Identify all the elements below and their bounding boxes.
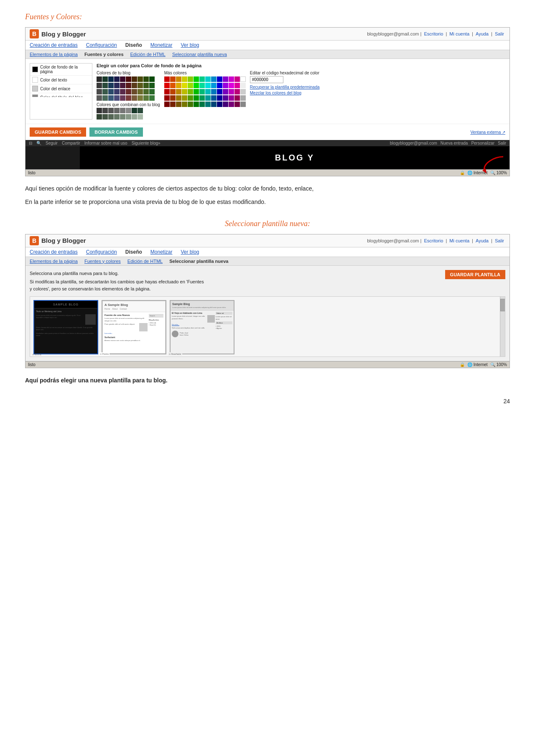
color-cell[interactable] [205,89,211,94]
nav2-creacion[interactable]: Creación de entradas [30,249,78,255]
color-cell[interactable] [205,95,211,101]
color-cell[interactable] [143,89,149,94]
color-cell[interactable] [188,76,193,82]
color-cell[interactable] [234,89,240,94]
blogbar-informar[interactable]: Informar sobre mal uso [84,141,127,145]
nav-diseno[interactable]: Diseño [125,42,142,48]
color-cell[interactable] [114,108,120,113]
color-cell[interactable] [194,76,199,82]
topbar-link-salir[interactable]: Salir [495,31,504,36]
blogbar-personalizar[interactable]: Personalizar [471,141,494,145]
color-cell[interactable] [102,95,108,101]
color-cell[interactable] [176,102,181,107]
color-cell[interactable] [114,114,120,120]
color-cell[interactable] [217,89,222,94]
subnav2-edicion[interactable]: Edición de HTML [127,259,163,264]
color-cell[interactable] [223,76,228,82]
nav2-configuracion[interactable]: Configuración [86,249,117,255]
color-cell[interactable] [114,95,120,101]
color-cell[interactable] [182,102,187,107]
color-cell[interactable] [114,83,120,88]
subnav-fuentes[interactable]: Fuentes y colores [84,52,124,57]
color-cell[interactable] [176,89,181,94]
color-cell[interactable] [97,114,102,120]
color-cell[interactable] [223,102,228,107]
color-cell[interactable] [229,89,234,94]
delete-changes-button[interactable]: BORRAR CAMBIOS [89,127,143,137]
color-cell[interactable] [164,76,170,82]
color-cell[interactable] [102,83,108,88]
subnav-edicion[interactable]: Edición de HTML [130,52,166,57]
color-cell[interactable] [211,83,217,88]
color-cell[interactable] [217,95,222,101]
color-cell[interactable] [120,95,125,101]
color-cell[interactable] [143,95,149,101]
color-cell[interactable] [126,89,131,94]
color-cell[interactable] [188,89,193,94]
nav2-verblog[interactable]: Ver blog [181,249,199,255]
color-cell[interactable] [240,83,246,88]
color-cell[interactable] [234,76,240,82]
topbar-link-ayuda[interactable]: Ayuda [476,31,489,36]
subnav-elementos[interactable]: Elementos de la página [30,52,78,57]
color-cell[interactable] [194,102,199,107]
color-cell[interactable] [211,95,217,101]
color-cell[interactable] [229,83,234,88]
color-cell[interactable] [126,95,131,101]
color-cell[interactable] [97,89,102,94]
color-cell[interactable] [126,83,131,88]
color-cell[interactable] [120,83,125,88]
color-cell[interactable] [126,114,131,120]
color-cell[interactable] [211,89,217,94]
color-cell[interactable] [199,89,205,94]
nav-configuracion[interactable]: Configuración [86,42,117,48]
topbar2-link-escritorio[interactable]: Escritorio [424,238,443,243]
color-cell[interactable] [114,76,120,82]
color-cell[interactable] [126,76,131,82]
recover-link[interactable]: Recuperar la plantilla predeterminada [250,85,342,89]
color-cell[interactable] [240,76,246,82]
color-cell[interactable] [114,89,120,94]
color-cell[interactable] [170,102,176,107]
color-cell[interactable] [234,95,240,101]
subnav2-fuentes[interactable]: Fuentes y colores [84,259,121,264]
template-thumb-premio[interactable]: A Sample Blog HomeAboutContact Fuente de… [102,300,166,354]
color-cell[interactable] [164,102,170,107]
color-cell[interactable] [149,76,155,82]
color-cell[interactable] [176,95,181,101]
color-cell[interactable] [102,108,108,113]
color-cell[interactable] [217,83,222,88]
color-cell[interactable] [170,89,176,94]
color-cell[interactable] [199,76,205,82]
color-cell[interactable] [138,83,143,88]
color-cell[interactable] [120,76,125,82]
color-item-fondo[interactable]: Color de fondo de la página [30,64,92,76]
color-cell[interactable] [108,108,114,113]
color-cell[interactable] [108,114,114,120]
topbar2-link-salir[interactable]: Salir [495,238,504,243]
external-window-link[interactable]: Ventana externa ↗ [470,130,505,135]
color-cell[interactable] [132,83,137,88]
blogbar-siguiente[interactable]: Siguiente blog» [132,141,160,145]
color-cell[interactable] [240,95,246,101]
color-cell[interactable] [170,76,176,82]
color-cell[interactable] [102,114,108,120]
color-cell[interactable] [223,83,228,88]
template-thumb-minima[interactable]: SAMPLE BLOG Titulo un Menteng sist Lima … [33,300,98,354]
color-cell[interactable] [132,108,137,113]
color-cell[interactable] [176,83,181,88]
color-cell[interactable] [143,76,149,82]
color-cell[interactable] [194,89,199,94]
scrollbar-thumb[interactable] [500,299,505,311]
color-cell[interactable] [211,76,217,82]
nav2-monetizar[interactable]: Monetizar [150,249,173,255]
color-cell[interactable] [149,83,155,88]
save-template-button[interactable]: GUARDAR PLANTILLA [445,270,505,279]
color-cell[interactable] [97,95,102,101]
template-thumb-resenador[interactable]: Sample Blog Lorem ipsum dolor sit amet c… [170,300,234,354]
color-cell[interactable] [217,76,222,82]
color-item-titulo[interactable]: Color del título del blog [30,93,92,97]
color-cell[interactable] [108,89,114,94]
color-cell[interactable] [188,83,193,88]
color-item-enlace[interactable]: Color del enlace [30,84,92,93]
